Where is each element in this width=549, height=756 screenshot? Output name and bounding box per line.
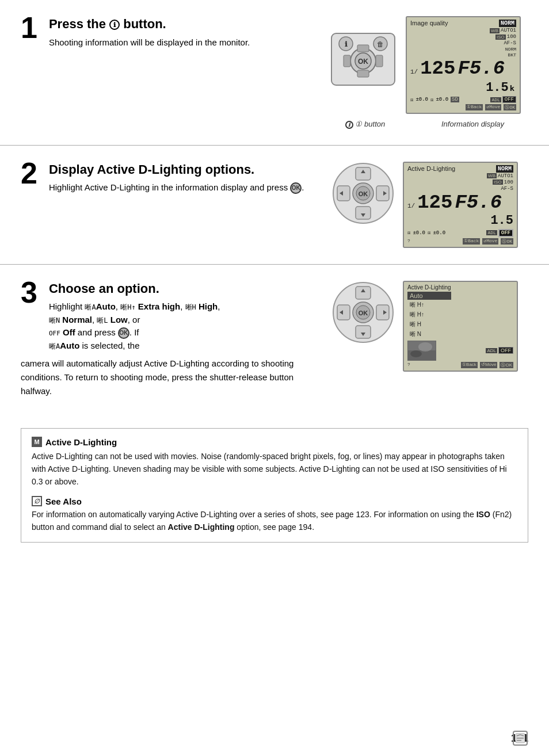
step-1-left: 1 Press the ℹ button. Shooting informati…	[21, 16, 310, 129]
ev-icon-1: ☒	[410, 97, 413, 103]
ev-val-right-2: ±0.0	[433, 230, 445, 236]
iso-bold-text: ISO	[476, 510, 490, 519]
nav-move-3: ↺Move	[480, 362, 498, 368]
step-3-left: 3 Choose an option. Highlight 晰AAuto, 晰H…	[21, 281, 310, 399]
step-2-section: 2 Display Active D-Lighting options. Hig…	[0, 146, 549, 265]
option-n-3: 晰 N	[407, 330, 451, 339]
auto-label-2: Auto	[60, 341, 79, 350]
nav-back-3: ①Back	[461, 362, 478, 368]
adl-note-body: Active D-Lighting can not be used with m…	[32, 450, 517, 488]
ok-circle-icon-3: OK	[118, 327, 129, 339]
norm-label-1: NORM	[505, 47, 516, 52]
step-3-number: 3	[21, 277, 37, 307]
ev-icon2-1: ☒	[430, 97, 433, 103]
adl-label-text-1: ADL	[490, 97, 501, 102]
fraction-2: 1/	[407, 203, 415, 209]
step-3-images-row: OK Active D-Lighting Auto	[331, 281, 518, 372]
ev-val-left-1: ±0.0	[415, 97, 428, 102]
step-1-images-row: OK ℹ 🗑	[329, 16, 521, 114]
option-eh-3: 晰 H↑	[407, 300, 451, 310]
option-auto-3: Auto	[407, 292, 451, 300]
svg-rect-15	[337, 186, 350, 201]
adl-off-2: OFF	[498, 229, 513, 237]
svg-rect-25	[356, 287, 371, 299]
adl-note-icon: M	[32, 437, 42, 447]
step-3-title: Choose an option.	[49, 281, 310, 297]
screen-big-numbers-1: 1/ 125 F5.6	[410, 59, 516, 78]
auto01-label-2: AUTO1	[498, 173, 513, 179]
adl-note-icon-text: M	[34, 438, 39, 445]
step-3-right: OK Active D-Lighting Auto	[321, 281, 528, 399]
exposure-1: 1.5ₖ	[410, 79, 516, 95]
ev-val-left-2: ±0.0	[413, 230, 425, 236]
nav-ok-2: ⓈOK	[501, 238, 513, 245]
svg-rect-26	[356, 326, 371, 338]
svg-rect-7	[376, 55, 383, 67]
svg-text:OK: OK	[359, 310, 368, 316]
exposure-2: 1.5	[407, 213, 513, 228]
see-also-body-before: For information on automatically varying…	[32, 510, 476, 519]
nav-ok-1: ⓈOK	[504, 104, 516, 110]
icon-n: 晰N	[49, 316, 60, 324]
options-thumb-3	[407, 341, 436, 361]
screen-label-1: Image quality	[410, 20, 448, 26]
adl-note-heading: Active D-Lighting	[45, 437, 117, 447]
page-container: 1 Press the ℹ button. Shooting informati…	[0, 0, 549, 756]
step-1-body: Shooting information will be displayed i…	[49, 36, 250, 49]
step-3-bottom-text: camera will automatically adjust Active …	[21, 357, 310, 398]
info-display-screen-1: Image quality NORM WBAUTO1 ISO100 AF-S N…	[406, 16, 521, 114]
step-2-images-row: OK Active D-Lighting NORM WBAUTO1	[331, 162, 518, 248]
svg-rect-16	[376, 186, 389, 201]
nav-back-1: ①Back	[466, 104, 483, 110]
see-also-title-row: ∅ See Also	[32, 496, 517, 506]
svg-point-40	[418, 342, 432, 352]
adl-display-screen-2: Active D-Lighting NORM WBAUTO1 ISO100 AF…	[403, 162, 518, 248]
nav-ok-3: ⓈOK	[500, 362, 513, 368]
screen-bottom-row-2: ☒ ±0.0 ☒ ±0.0 ADL OFF	[407, 229, 513, 237]
screen-big-numbers-2: 1/ 125 F5.6	[407, 193, 513, 212]
icon-off: OFF	[49, 330, 60, 337]
icon-auto: 晰A	[85, 303, 96, 311]
adl-badge-2: ADL OFF	[486, 229, 513, 237]
screen-caption-1: Information display	[441, 120, 504, 128]
step-3-header: 3 Choose an option. Highlight 晰AAuto, 晰H…	[21, 281, 310, 353]
low-label: Low	[108, 315, 128, 324]
svg-rect-27	[337, 305, 350, 320]
off-label-text: Off	[60, 327, 75, 337]
see-also-body-end: option, see page 194.	[234, 522, 314, 532]
step-1-title: Press the ℹ button.	[49, 16, 250, 33]
screen-label-2: Active D-Lighting	[407, 165, 455, 172]
iso-icon-1: ISO	[495, 35, 506, 40]
svg-rect-13	[356, 167, 371, 180]
info-icon-caption: ℹ	[345, 121, 353, 129]
icon-auto2: 晰A	[49, 342, 60, 350]
icon-h: 晰H	[185, 303, 196, 311]
svg-rect-6	[344, 55, 350, 67]
step-3-body-inline: Highlight 晰AAuto, 晰H↑ Extra high, 晰H Hig…	[49, 300, 310, 352]
screen-right-icons-2: NORM WBAUTO1 ISO100 AF-S	[487, 165, 513, 192]
step-3-section: 3 Choose an option. Highlight 晰AAuto, 晰H…	[0, 265, 549, 415]
nav-move-1: ↺Move	[485, 104, 501, 110]
aperture-2: F5.6	[455, 193, 502, 212]
question-mark-3: ?	[407, 362, 410, 368]
svg-rect-5	[357, 70, 369, 77]
iso-icon-2: ISO	[493, 180, 503, 185]
wb-icon-1: WB	[490, 28, 500, 33]
norm-badge-1: NORM	[499, 20, 516, 27]
normal-label: Normal	[60, 315, 92, 324]
svg-rect-4	[357, 45, 369, 52]
adl-badge-1: ADL OFF	[490, 96, 516, 103]
af-label-1: AF-S	[504, 40, 516, 46]
aperture-1: F5.6	[458, 59, 505, 78]
icon-l: 晰L	[97, 316, 108, 324]
fraction-1: 1/	[410, 68, 418, 75]
step-2-left: 2 Display Active D-Lighting options. Hig…	[21, 162, 310, 248]
af-label-2: AF-S	[501, 186, 513, 192]
adl-note-title-row: M Active D-Lighting	[32, 437, 517, 447]
wb-icon-2: WB	[487, 173, 497, 178]
dpad-illustration-2: OK	[331, 162, 395, 225]
see-also-body: For information on automatically varying…	[32, 509, 517, 533]
see-also-icon-text: ∅	[34, 498, 40, 505]
screen-right-icons-1: NORM WBAUTO1 ISO100 AF-S NORM BKT	[490, 20, 516, 58]
shutter-1: 125	[420, 59, 455, 78]
